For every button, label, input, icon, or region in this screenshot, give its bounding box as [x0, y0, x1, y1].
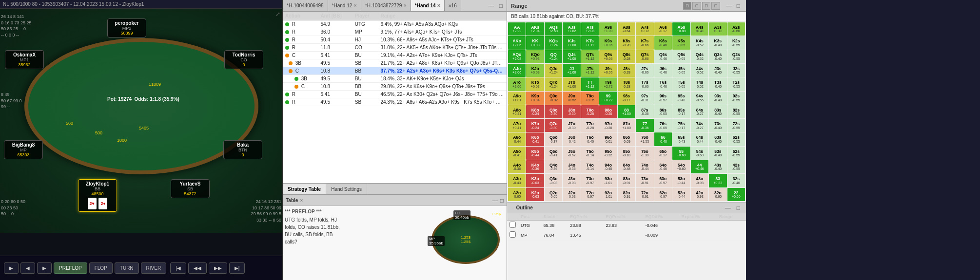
table-panel-max-btn[interactable]: □: [500, 197, 504, 204]
range-view-btn-1[interactable]: □: [683, 2, 691, 10]
range-cell-JTo[interactable]: JTo+1.00: [563, 77, 580, 91]
range-cell-62o[interactable]: 62o-0.97: [654, 188, 672, 201]
range-cell-AKs[interactable]: AKs+2.04: [526, 22, 544, 36]
range-cell-85s[interactable]: 85s-0.17: [672, 105, 690, 118]
hand-row-8[interactable]: C 10.8 BB 29.8%, 22+ Ax K6s+ K9o+ Q9s+ Q…: [283, 83, 507, 91]
range-cell-Q7o[interactable]: Q7o-0.30: [545, 119, 562, 132]
range-cell-Q5o[interactable]: Q5o-0.41: [545, 147, 562, 160]
range-cell-K6o[interactable]: K6o-0.41: [526, 132, 544, 146]
range-cell-74s[interactable]: 74s-0.27: [691, 119, 708, 132]
range-cell-94s[interactable]: 94s-0.55: [691, 92, 708, 105]
range-cell-98s[interactable]: 98s-0.17: [618, 92, 635, 105]
hand-row-6[interactable]: C 10.8 BB 37.7%, 22+ A2s+ A3o+ K6s+ K3s …: [283, 67, 507, 75]
range-cell-86o[interactable]: 86o-0.09: [618, 132, 635, 146]
range-view-btn-4[interactable]: □: [711, 2, 720, 10]
outline-row-0[interactable]: UTG 65.38 23.88 23.83 -0.046: [507, 221, 746, 230]
range-cell-86s[interactable]: 86s-0.05: [654, 105, 672, 118]
hand-row-1[interactable]: R 36.0 MP 9.1%, 77+ ATs+ AQo+ KTs+ QTs+ …: [283, 28, 507, 36]
range-cell-97o[interactable]: 97o-0.20: [599, 119, 617, 132]
range-cell-J2o[interactable]: J2o-0.63: [563, 188, 580, 201]
range-cell-A3o[interactable]: A3o-0.43: [508, 174, 526, 187]
tab-close-3[interactable]: ×: [437, 3, 440, 8]
range-cell-KQs[interactable]: KQs+1.24: [545, 36, 562, 49]
range-cell-93o[interactable]: 93o-1.01: [599, 174, 617, 187]
range-cell-64s[interactable]: 64s-0.44: [691, 132, 708, 146]
range-cell-Q6o[interactable]: Q6o-0.37: [545, 132, 562, 146]
tab-close-1[interactable]: ×: [353, 3, 356, 8]
range-cell-33[interactable]: 33+0.33: [709, 174, 726, 187]
expand-icon[interactable]: ⤢: [275, 11, 280, 18]
range-max-btn[interactable]: □: [735, 2, 742, 10]
range-cell-95s[interactable]: 95s-0.40: [672, 92, 690, 105]
play-btn[interactable]: ▶: [4, 262, 19, 274]
range-cell-T7o[interactable]: T7o-0.28: [581, 119, 599, 132]
range-cell-J6o[interactable]: J6o-0.42: [563, 132, 580, 146]
range-cell-J9o[interactable]: J9o+0.52: [563, 92, 580, 105]
range-cell-A3s[interactable]: A3s+0.12: [709, 22, 726, 36]
range-cell-AJs[interactable]: AJs+1.82: [563, 22, 580, 36]
range-cell-43s[interactable]: 43s-0.40: [709, 160, 726, 173]
range-cell-J7o[interactable]: J7o-0.30: [563, 119, 580, 132]
prev-btn[interactable]: ◀: [20, 262, 35, 274]
range-cell-K5s[interactable]: K5s-0.05: [672, 36, 690, 49]
range-cell-KTo[interactable]: KTo+0.03: [526, 77, 544, 91]
range-cell-T9s[interactable]: T9s+2.72: [599, 77, 617, 91]
range-cell-K2o[interactable]: K2o-0.63: [526, 188, 544, 201]
range-cell-K5o[interactable]: K5o-0.44: [526, 147, 544, 160]
hand-row-9[interactable]: R 5.41 BU 46.5%, 22+ Ax K30+ Q2s+ Q7o+ J…: [283, 91, 507, 98]
range-cell-J8o[interactable]: J8o-0.30: [563, 105, 580, 118]
range-cell-Q6s[interactable]: Q6s-0.46: [654, 50, 672, 63]
range-cell-JJ[interactable]: JJ+1.00: [563, 64, 580, 77]
range-cell-Q8s[interactable]: Q8s-0.28: [618, 50, 635, 63]
range-cell-54o[interactable]: 54o+0.60: [672, 160, 690, 173]
outline-max-btn[interactable]: □: [735, 204, 742, 212]
next-btn[interactable]: ▶: [37, 262, 52, 274]
range-cell-44[interactable]: 44+0.46: [691, 160, 708, 173]
range-cell-72s[interactable]: 72s-0.55: [727, 119, 745, 132]
range-cell-T3o[interactable]: T3o-0.97: [581, 174, 599, 187]
hand-row-4[interactable]: C 5.41 BU 19.1%, 44+ A2s+ A7o+ K9s+ KJo+…: [283, 52, 507, 59]
hand-row-2[interactable]: R 50.4 HJ 10.3%, 66+ A9s+ A5s AJo+ KTs+ …: [283, 36, 507, 44]
range-cell-QQ[interactable]: QQ+1.24: [545, 50, 562, 63]
hand-row-0[interactable]: R 54.9 UTG 6.4%, 99+ ATs+ A5s A3s AQo+ K…: [283, 20, 507, 28]
range-cell-52o[interactable]: 52o-0.44: [672, 188, 690, 201]
range-cell-KK[interactable]: KK+0.03: [526, 36, 544, 49]
range-cell-76o[interactable]: 76o+1.55: [636, 132, 653, 146]
range-cell-T4s[interactable]: T4s-0.52: [691, 77, 708, 91]
range-cell-A9o[interactable]: A9o+1.01: [508, 92, 526, 105]
range-cell-42o[interactable]: 42o-0.93: [691, 188, 708, 201]
range-cell-82s[interactable]: 82s-0.55: [727, 105, 745, 118]
range-cell-A5s[interactable]: A5s+0.88: [672, 22, 690, 36]
range-cell-74o[interactable]: 74o-0.44: [636, 160, 653, 173]
range-cell-52s[interactable]: 52s-0.55: [727, 147, 745, 160]
range-cell-93s[interactable]: 93s-0.40: [709, 92, 726, 105]
hand-row-5[interactable]: 3B 49.5 SB 21.7%, 22+ A2s+ A8o+ K8s+ KTo…: [283, 59, 507, 67]
range-cell-87s[interactable]: 87s-0.36: [636, 105, 653, 118]
range-cell-32o[interactable]: 32o-0.60: [709, 188, 726, 201]
range-cell-92s[interactable]: 92s-0.55: [727, 92, 745, 105]
range-cell-73s[interactable]: 73s-0.40: [709, 119, 726, 132]
range-cell-95o[interactable]: 95o-0.22: [599, 147, 617, 160]
range-cell-KQo[interactable]: KQo+0.93: [526, 50, 544, 63]
range-cell-62s[interactable]: 62s-0.55: [727, 132, 745, 146]
tab-h10043872729[interactable]: *H-10043872729 ×: [361, 0, 411, 11]
hand-row-10[interactable]: R 49.5 SB 24.3%, 22+ A8s+ A6s-A2s A9o+ K…: [283, 98, 507, 106]
range-cell-K7s[interactable]: K7s-0.66: [636, 36, 653, 49]
range-cell-88[interactable]: 88+1.80: [618, 105, 635, 118]
range-cell-J9s[interactable]: J9s+0.06: [599, 64, 617, 77]
range-cell-Q9o[interactable]: Q9o+0.32: [545, 92, 562, 105]
range-cell-Q8o[interactable]: Q8o-0.30: [545, 105, 562, 118]
flop-btn[interactable]: FLOP: [89, 262, 113, 274]
range-cell-98o[interactable]: 98o-0.20: [599, 105, 617, 118]
range-cell-T9o[interactable]: T9o+0.35: [581, 92, 599, 105]
tab-h10044006498[interactable]: *H-10044006498: [283, 0, 328, 11]
range-cell-43o[interactable]: 43o-0.93: [691, 174, 708, 187]
range-cell-J3s[interactable]: J3s-0.40: [709, 64, 726, 77]
range-cell-Q2o[interactable]: Q2o-0.65: [545, 188, 562, 201]
range-cell-QTo[interactable]: QTo+1.24: [545, 77, 562, 91]
range-cell-32s[interactable]: 32s-0.40: [727, 174, 745, 187]
range-cell-Q5s[interactable]: Q5s-0.05: [672, 50, 690, 63]
range-cell-73o[interactable]: 73o-0.91: [636, 174, 653, 187]
range-cell-K8o[interactable]: K8o-0.24: [526, 105, 544, 118]
outline-checkbox-1[interactable]: [507, 230, 518, 240]
